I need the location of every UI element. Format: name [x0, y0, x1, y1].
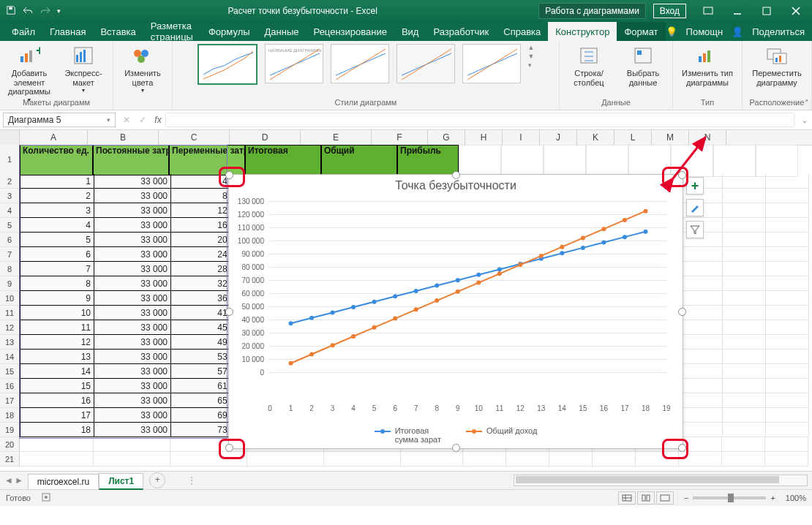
- switch-row-column-button[interactable]: Строка/ столбец: [565, 44, 612, 87]
- column-header[interactable]: M: [652, 130, 689, 145]
- share-label[interactable]: Поделиться: [752, 26, 805, 37]
- expand-formula-icon[interactable]: ⌄: [797, 116, 812, 124]
- cancel-icon[interactable]: ✕: [119, 115, 135, 125]
- change-colors-button[interactable]: Изменить цвета▾: [119, 44, 166, 94]
- tab-home[interactable]: Главная: [42, 22, 93, 41]
- sheet-nav-prev-icon[interactable]: ◄: [4, 475, 13, 486]
- column-header[interactable]: G: [428, 130, 465, 145]
- select-all-corner[interactable]: [0, 130, 20, 145]
- group-type: Изменить тип диаграммы Тип: [673, 41, 743, 110]
- chart-styles-gallery[interactable]: НАЗВАНИЕ ДИАГРАММЫ ▲▼▾: [198, 44, 535, 92]
- column-header[interactable]: D: [230, 130, 301, 145]
- zoom-level[interactable]: 100%: [786, 494, 806, 502]
- change-chart-type-button[interactable]: Изменить тип диаграммы: [679, 44, 736, 87]
- tab-pagelayout[interactable]: Разметка страницы: [143, 22, 201, 41]
- new-sheet-button[interactable]: +: [149, 472, 165, 488]
- svg-text:+: +: [36, 46, 40, 58]
- svg-rect-25: [779, 56, 781, 62]
- tab-help[interactable]: Справка: [496, 22, 548, 41]
- group-change-colors: Изменить цвета▾: [113, 41, 173, 110]
- normal-view-icon[interactable]: [618, 491, 636, 505]
- quick-layout-button[interactable]: Экспресс- макет▾: [60, 44, 107, 94]
- zoom-slider[interactable]: [693, 496, 766, 499]
- macro-record-icon[interactable]: [41, 492, 51, 504]
- tab-view[interactable]: Вид: [394, 22, 426, 41]
- minimize-icon[interactable]: [724, 1, 751, 20]
- tab-review[interactable]: Рецензирование: [307, 22, 394, 41]
- column-header[interactable]: N: [689, 130, 726, 145]
- svg-point-55: [518, 262, 522, 267]
- ribbon: + Добавить элемент диаграммы▾ Экспресс- …: [0, 41, 812, 110]
- tab-insert[interactable]: Вставка: [93, 22, 143, 41]
- chart-filters-button[interactable]: [686, 221, 704, 238]
- move-chart-button[interactable]: Переместить диаграмму: [748, 44, 805, 87]
- chart-legend[interactable]: Итоговая сумма зарат Общий доход: [229, 426, 683, 444]
- column-header[interactable]: L: [614, 130, 652, 145]
- collapse-ribbon-icon[interactable]: ˄: [805, 99, 809, 108]
- column-header[interactable]: A: [20, 130, 88, 145]
- gallery-up-icon[interactable]: ▲: [528, 44, 535, 51]
- close-icon[interactable]: [783, 1, 809, 20]
- tell-me-icon[interactable]: 💡: [666, 26, 677, 37]
- svg-point-32: [414, 289, 418, 293]
- tab-developer[interactable]: Разработчик: [426, 22, 496, 41]
- name-box[interactable]: Диаграмма 5▾: [3, 113, 116, 127]
- tab-design[interactable]: Конструктор: [548, 22, 617, 41]
- svg-point-59: [601, 227, 606, 231]
- chart-plot-area[interactable]: [270, 201, 666, 401]
- svg-rect-70: [661, 495, 669, 501]
- chart-elements-button[interactable]: +: [686, 177, 704, 194]
- tab-data[interactable]: Данные: [257, 22, 307, 41]
- svg-point-41: [601, 241, 606, 245]
- column-header[interactable]: B: [88, 130, 159, 145]
- zoom-out-icon[interactable]: −: [684, 494, 688, 502]
- qat-customize-icon[interactable]: ▾: [57, 7, 61, 15]
- sign-in-button[interactable]: Вход: [653, 4, 686, 18]
- column-header[interactable]: C: [159, 130, 230, 145]
- svg-point-42: [623, 235, 627, 239]
- svg-point-40: [581, 246, 585, 250]
- sheet-tab[interactable]: Лист1: [99, 473, 143, 490]
- undo-icon[interactable]: [22, 5, 34, 18]
- worksheet-grid[interactable]: ABCDEFGHIJKLMN 1Количество ед. товараПос…: [0, 130, 812, 471]
- zoom-in-icon[interactable]: +: [770, 494, 775, 502]
- tell-me-label[interactable]: Помощн: [686, 26, 723, 37]
- chart-x-axis: 123456789101112131415161718019: [270, 404, 666, 416]
- ribbon-display-icon[interactable]: [695, 1, 721, 20]
- fx-icon[interactable]: fx: [151, 115, 165, 125]
- formula-input[interactable]: [165, 113, 794, 127]
- svg-point-31: [393, 294, 397, 298]
- chart-object[interactable]: Точка безубыточности 010 00020 00030 000…: [228, 174, 683, 449]
- column-header[interactable]: J: [540, 130, 577, 145]
- page-break-view-icon[interactable]: [656, 491, 674, 505]
- enter-icon[interactable]: ✓: [135, 115, 151, 125]
- save-icon[interactable]: [6, 5, 16, 18]
- chart-styles-button[interactable]: [686, 199, 704, 216]
- sheet-nav-next-icon[interactable]: ►: [15, 475, 23, 486]
- column-header[interactable]: I: [503, 130, 540, 145]
- select-data-button[interactable]: Выбрать данные: [620, 44, 666, 87]
- svg-point-58: [581, 235, 585, 240]
- tab-formulas[interactable]: Формулы: [201, 22, 257, 41]
- formula-bar: Диаграмма 5▾ ✕ ✓ fx ⌄: [0, 110, 812, 130]
- svg-point-48: [372, 325, 377, 330]
- column-header[interactable]: F: [372, 130, 428, 145]
- gallery-more-icon[interactable]: ▾: [528, 61, 535, 69]
- share-icon[interactable]: 👤: [732, 26, 743, 37]
- add-chart-element-button[interactable]: + Добавить элемент диаграммы▾: [6, 44, 53, 103]
- svg-text:НАЗВАНИЕ ДИАГРАММЫ: НАЗВАНИЕ ДИАГРАММЫ: [268, 48, 322, 53]
- redo-icon[interactable]: [40, 5, 51, 18]
- svg-point-45: [309, 352, 314, 357]
- maximize-icon[interactable]: [753, 1, 780, 20]
- horizontal-scrollbar[interactable]: [514, 475, 808, 486]
- page-layout-view-icon[interactable]: [637, 491, 655, 505]
- tab-file[interactable]: Файл: [4, 22, 42, 41]
- column-header[interactable]: E: [301, 130, 372, 145]
- sheet-tab[interactable]: microexcel.ru: [28, 474, 99, 489]
- column-header[interactable]: K: [577, 130, 614, 145]
- column-header[interactable]: H: [465, 130, 503, 145]
- tab-format[interactable]: Формат: [617, 22, 665, 41]
- svg-rect-19: [699, 56, 702, 62]
- status-bar: Готово − + 100%: [0, 489, 812, 506]
- gallery-down-icon[interactable]: ▼: [528, 53, 535, 60]
